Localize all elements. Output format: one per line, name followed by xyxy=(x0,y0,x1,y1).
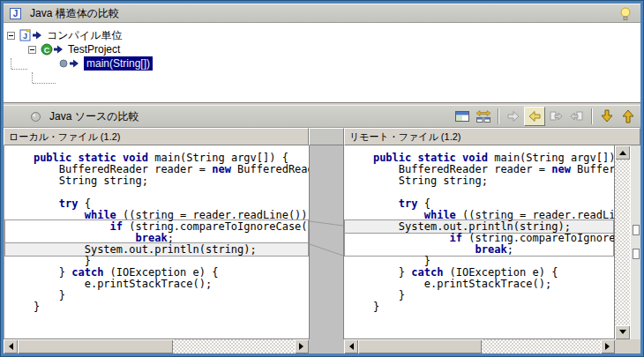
horizontal-scrollbar-local[interactable] xyxy=(4,339,309,353)
java-compare-icon: J xyxy=(9,7,22,20)
java-class-icon: C xyxy=(41,43,53,56)
code-line: String string; xyxy=(8,175,309,187)
scrollbar-thumb[interactable] xyxy=(18,339,173,353)
pane-header-local-label: ローカル・ファイル (1.2) xyxy=(9,130,120,144)
scrollbar-corner xyxy=(309,339,344,353)
code-line: } xyxy=(348,290,614,301)
code-line: } xyxy=(348,301,614,313)
tree-item-label-selected: main(String[]) xyxy=(84,56,153,71)
horizontal-scrollbar-remote[interactable] xyxy=(344,339,615,353)
source-title: Java ソースの比較 xyxy=(49,109,139,124)
svg-text:J: J xyxy=(23,32,27,41)
compare-node-icon xyxy=(30,111,41,123)
copy-change-right-to-left-button[interactable] xyxy=(566,107,588,126)
scrollbar-thumb[interactable] xyxy=(358,339,482,353)
next-difference-button[interactable] xyxy=(596,107,618,126)
scrollbar-track[interactable] xyxy=(615,145,630,339)
doc-arrow-right-icon xyxy=(548,108,564,124)
scroll-down-button[interactable] xyxy=(615,325,630,339)
scrollbar-corner xyxy=(615,339,640,353)
code-line: } xyxy=(8,301,309,313)
code-pane-local[interactable]: public static void main(String argv[]) {… xyxy=(4,145,309,339)
arrow-up-icon xyxy=(620,108,636,124)
toolbar-separator xyxy=(591,108,593,124)
scroll-right-button[interactable] xyxy=(601,339,615,353)
java-method-icon xyxy=(58,58,69,69)
arrow-left-hollow-icon xyxy=(527,108,543,124)
doc-arrow-left-icon xyxy=(569,108,585,124)
svg-text:C: C xyxy=(44,46,50,55)
structure-tree: J コンパイル単位 C TestProject xyxy=(4,23,640,102)
swap-panes-button[interactable] xyxy=(473,107,494,126)
change-arrow-icon xyxy=(70,59,79,68)
copy-change-left-to-right-button[interactable] xyxy=(545,107,566,126)
copy-all-left-to-right-button[interactable] xyxy=(503,107,524,126)
scroll-left-button[interactable] xyxy=(344,339,358,353)
pane-header-local: ローカル・ファイル (1.2) xyxy=(4,128,309,145)
pane-header-remote: リモート・ファイル (1.2) xyxy=(344,128,640,145)
tree-item-main-method[interactable]: main(String[]) xyxy=(4,56,640,71)
java-compilation-unit-icon: J xyxy=(19,29,32,41)
code-lines: public static void main(String argv[]) {… xyxy=(4,145,309,338)
compare-toolbar xyxy=(452,106,639,127)
toolbar-separator xyxy=(498,108,499,124)
code-line: String string; xyxy=(348,175,614,187)
tree-guide-line xyxy=(11,69,27,70)
tree-item-compilation-unit[interactable]: J コンパイル単位 xyxy=(4,28,640,42)
diff-connector-lines xyxy=(310,145,343,339)
scroll-left-button[interactable] xyxy=(4,339,18,353)
structure-title: Java 構造体の比較 xyxy=(30,6,119,21)
tree-item-label: コンパイル単位 xyxy=(47,28,122,43)
vertical-scrollbar[interactable] xyxy=(615,145,630,339)
scroll-right-button[interactable] xyxy=(295,339,309,353)
overview-ruler xyxy=(630,145,640,339)
code-line: } xyxy=(8,290,309,301)
compare-editor-window: J Java 構造体の比較 J xyxy=(0,0,644,357)
diff-marker[interactable] xyxy=(633,249,640,259)
switch-orientation-button[interactable] xyxy=(452,107,473,126)
previous-difference-button[interactable] xyxy=(618,107,639,126)
tree-guide-line xyxy=(33,83,56,84)
collapse-toggle-icon[interactable] xyxy=(28,46,36,54)
tree-guide-line xyxy=(11,58,11,69)
tree-guide-line xyxy=(32,72,33,83)
arrow-down-icon xyxy=(599,108,615,124)
diff-marker[interactable] xyxy=(633,225,640,235)
svg-text:J: J xyxy=(13,9,19,19)
pane-header-channel xyxy=(309,128,344,145)
change-arrow-icon xyxy=(54,45,64,54)
pane-header-remote-label: リモート・ファイル (1.2) xyxy=(349,130,461,144)
change-arrow-icon xyxy=(33,31,42,40)
scroll-up-button[interactable] xyxy=(615,145,630,160)
tree-item-testproject[interactable]: C TestProject xyxy=(4,42,640,56)
code-lines: public static void main(String argv[]) {… xyxy=(344,145,614,338)
swap-arrow-icon xyxy=(476,109,491,123)
diff-connector-channel xyxy=(309,145,344,339)
copy-all-right-to-left-button[interactable] xyxy=(524,107,545,126)
structure-titlebar: J Java 構造体の比較 xyxy=(4,4,640,23)
code-pane-remote[interactable]: public static void main(String argv[]) {… xyxy=(344,145,615,339)
tree-item-label: TestProject xyxy=(68,43,120,56)
compare-editor-content: J Java 構造体の比較 J xyxy=(4,4,640,353)
collapse-toggle-icon[interactable] xyxy=(7,32,15,40)
lightbulb-icon[interactable] xyxy=(619,7,632,22)
arrow-right-hollow-icon xyxy=(505,108,521,124)
layout-icon xyxy=(454,109,470,123)
